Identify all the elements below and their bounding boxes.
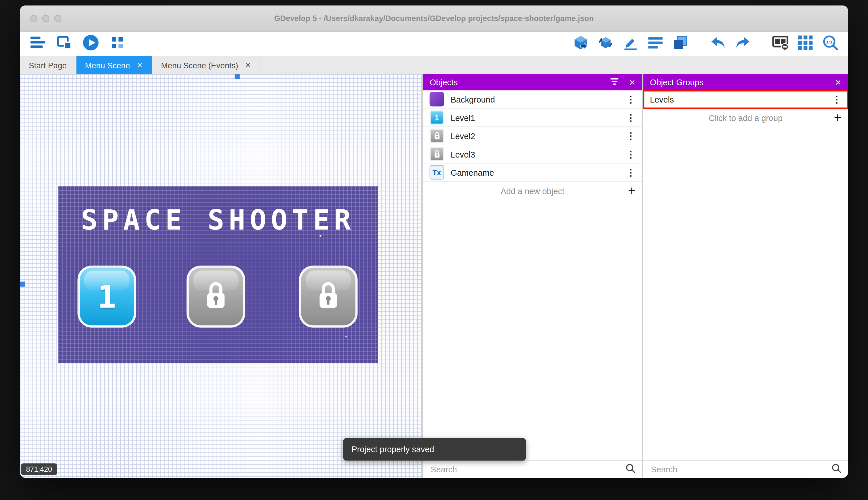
gdevelop-window: GDevelop 5 - /Users/dkarakay/Documents/G… bbox=[20, 5, 848, 478]
toolbar-right-group: 1:1 bbox=[572, 35, 839, 53]
save-toast: Project properly saved bbox=[343, 438, 526, 461]
add-object-label: Add a new object bbox=[501, 186, 564, 196]
object-row-level1[interactable]: 1 Level1 ⋮ bbox=[423, 109, 642, 127]
zoom-level-label: 1:1 bbox=[826, 39, 833, 44]
tab-start-page[interactable]: Start Page bbox=[20, 56, 76, 74]
pencil-icon bbox=[623, 35, 638, 52]
object-row-background[interactable]: Background ⋮ bbox=[423, 90, 642, 109]
kebab-menu-icon[interactable]: ⋮ bbox=[626, 168, 635, 177]
undo-arrow-icon bbox=[710, 36, 726, 52]
export-object-button[interactable] bbox=[572, 35, 590, 53]
groups-panel-title: Object Groups bbox=[650, 78, 703, 87]
object-name: Level3 bbox=[451, 149, 475, 159]
window-title: GDevelop 5 - /Users/dkarakay/Documents/G… bbox=[274, 14, 594, 23]
objects-panel-body bbox=[423, 200, 642, 460]
lock-icon bbox=[315, 280, 341, 313]
tab-menu-scene-events[interactable]: Menu Scene (Events) ✕ bbox=[152, 56, 260, 74]
debug-preview-button[interactable] bbox=[108, 35, 126, 53]
tab-label: Menu Scene bbox=[85, 61, 130, 70]
lock-thumbnail-icon bbox=[430, 147, 444, 161]
level1-object[interactable]: 1 bbox=[78, 265, 136, 328]
close-icon[interactable]: ✕ bbox=[629, 78, 636, 86]
project-manager-icon bbox=[31, 37, 45, 51]
layers-panel-button[interactable] bbox=[671, 35, 689, 53]
zoom-reset-button[interactable]: 1:1 bbox=[821, 35, 839, 53]
object-row-level2[interactable]: Level2 ⋮ bbox=[423, 127, 642, 146]
toggle-grid-button[interactable] bbox=[797, 35, 814, 53]
add-new-object-button[interactable]: Add a new object + bbox=[423, 182, 642, 200]
objects-panel: Objects ✕ Backgroun bbox=[423, 74, 642, 478]
redo-arrow-icon bbox=[735, 36, 751, 52]
plus-icon[interactable]: + bbox=[628, 185, 635, 197]
close-icon[interactable]: ✕ bbox=[835, 78, 842, 86]
redo-button[interactable] bbox=[734, 35, 752, 53]
tab-close-icon[interactable]: ✕ bbox=[245, 61, 251, 69]
groups-search-bar bbox=[643, 460, 848, 478]
zoom-1-1-icon: 1:1 bbox=[822, 35, 838, 53]
scene-editor-button[interactable] bbox=[55, 35, 73, 53]
group-name: Levels bbox=[650, 94, 674, 104]
group-row-levels[interactable]: Levels ⋮ bbox=[643, 90, 848, 109]
filmstrip-minus-icon bbox=[772, 35, 789, 53]
close-window-button[interactable] bbox=[30, 15, 37, 22]
minimize-window-button[interactable] bbox=[42, 15, 49, 22]
tab-menu-scene[interactable]: Menu Scene ✕ bbox=[76, 56, 152, 74]
cube-export-icon bbox=[574, 35, 588, 52]
object-row-level3[interactable]: Level3 ⋮ bbox=[423, 145, 642, 163]
kebab-menu-icon[interactable]: ⋮ bbox=[626, 149, 635, 159]
selection-handle[interactable] bbox=[235, 74, 240, 79]
background-thumbnail-icon bbox=[430, 92, 444, 106]
groups-search-input[interactable] bbox=[650, 464, 827, 475]
kebab-menu-icon[interactable]: ⋮ bbox=[626, 131, 635, 140]
scene-window-icon bbox=[57, 36, 71, 52]
play-icon bbox=[83, 34, 99, 53]
object-name: Background bbox=[451, 94, 495, 104]
level2-object[interactable] bbox=[187, 265, 245, 328]
scene-title-text: SPACE SHOOTER bbox=[58, 204, 378, 236]
grid-icon bbox=[798, 35, 813, 52]
object-row-gamename[interactable]: Tx Gamename ⋮ bbox=[423, 163, 642, 182]
objects-panel-header: Objects ✕ bbox=[423, 74, 642, 90]
selection-handle[interactable] bbox=[20, 282, 25, 287]
search-icon bbox=[831, 463, 842, 475]
objects-panel-title: Objects bbox=[430, 78, 458, 87]
kebab-menu-icon[interactable]: ⋮ bbox=[832, 94, 842, 104]
maximize-window-button[interactable] bbox=[55, 15, 62, 22]
kebab-menu-icon[interactable]: ⋮ bbox=[626, 94, 635, 104]
kebab-menu-icon[interactable]: ⋮ bbox=[626, 113, 635, 122]
tab-label: Start Page bbox=[29, 61, 67, 70]
tab-close-icon[interactable]: ✕ bbox=[137, 61, 143, 69]
project-manager-button[interactable] bbox=[29, 35, 47, 53]
undo-button[interactable] bbox=[709, 35, 727, 53]
filter-icon[interactable] bbox=[610, 77, 619, 87]
preview-play-button[interactable] bbox=[82, 35, 100, 53]
add-group-button[interactable]: Click to add a group + bbox=[643, 109, 848, 127]
objects-search-bar bbox=[423, 460, 642, 478]
list-lines-icon bbox=[648, 36, 662, 52]
scene-canvas[interactable]: SPACE SHOOTER 1 bbox=[20, 74, 422, 478]
cursor-coordinates: 871;420 bbox=[21, 463, 57, 475]
refresh-instances-button[interactable] bbox=[597, 35, 615, 53]
editor-tabbar: Start Page Menu Scene ✕ Menu Scene (Even… bbox=[20, 56, 848, 74]
tab-label: Menu Scene (Events) bbox=[161, 61, 238, 70]
toggle-instances-list-button[interactable] bbox=[772, 35, 789, 53]
main-toolbar: 1:1 bbox=[20, 32, 848, 56]
plus-icon[interactable]: + bbox=[834, 112, 842, 124]
object-groups-panel: Object Groups ✕ Levels ⋮ Click to add a … bbox=[643, 74, 848, 478]
cube-sync-icon bbox=[598, 35, 613, 52]
background-object[interactable]: SPACE SHOOTER 1 bbox=[58, 186, 378, 363]
edit-scene-button[interactable] bbox=[622, 35, 640, 53]
level1-number: 1 bbox=[97, 279, 116, 315]
objects-search-input[interactable] bbox=[430, 464, 621, 475]
debug-icon bbox=[111, 36, 124, 52]
groups-panel-body bbox=[643, 127, 848, 460]
toolbar-left-group bbox=[29, 35, 126, 53]
object-name: Level1 bbox=[451, 113, 475, 122]
level3-object[interactable] bbox=[299, 265, 358, 328]
level1-thumbnail-icon: 1 bbox=[430, 110, 444, 125]
lock-thumbnail-icon bbox=[430, 129, 444, 143]
lock-icon bbox=[203, 280, 228, 313]
properties-list-button[interactable] bbox=[647, 35, 665, 53]
groups-panel-header: Object Groups ✕ bbox=[643, 74, 848, 90]
toast-message: Project properly saved bbox=[351, 445, 434, 454]
